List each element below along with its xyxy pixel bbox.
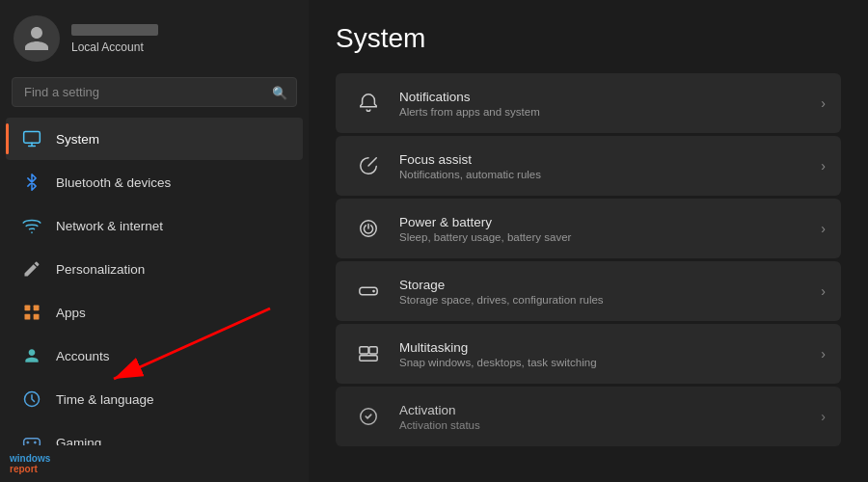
nav-items: System Bluetooth & devices Network & int… — [0, 117, 309, 445]
accounts-icon — [21, 345, 42, 366]
svg-point-11 — [372, 290, 375, 293]
chevron-icon-power: › — [821, 221, 826, 236]
sidebar-item-label-system: System — [56, 132, 99, 147]
sidebar-item-system[interactable]: System — [6, 118, 303, 160]
setting-name-multitasking: Multitasking — [399, 340, 813, 355]
svg-rect-0 — [24, 132, 41, 144]
setting-name-notifications: Notifications — [399, 90, 813, 104]
sidebar-item-bluetooth[interactable]: Bluetooth & devices — [6, 161, 303, 203]
network-icon — [21, 215, 42, 236]
setting-item-storage[interactable]: Storage Storage space, drives, configura… — [336, 261, 841, 321]
sidebar-footer: windows report — [0, 445, 309, 482]
svg-rect-6 — [24, 439, 41, 445]
svg-rect-2 — [34, 306, 40, 311]
setting-name-power: Power & battery — [399, 215, 813, 229]
svg-rect-12 — [360, 347, 368, 354]
setting-desc-activation: Activation status — [399, 419, 813, 431]
setting-text-focus: Focus assist Notifications, automatic ru… — [399, 152, 813, 180]
sidebar-item-label-network: Network & internet — [56, 219, 163, 233]
power-icon — [351, 211, 386, 246]
setting-item-multitasking[interactable]: Multitasking Snap windows, desktops, tas… — [336, 324, 841, 384]
sidebar-item-accounts[interactable]: Accounts — [6, 335, 303, 377]
sidebar-item-time[interactable]: Time & language — [6, 378, 303, 420]
search-input[interactable] — [12, 77, 297, 107]
setting-text-notifications: Notifications Alerts from apps and syste… — [399, 90, 813, 118]
user-label: Local Account — [71, 40, 158, 54]
setting-text-storage: Storage Storage space, drives, configura… — [399, 278, 813, 306]
activation-icon — [351, 399, 386, 434]
gaming-icon — [21, 432, 42, 445]
setting-desc-storage: Storage space, drives, configuration rul… — [399, 294, 813, 306]
user-section: Local Account — [0, 0, 309, 73]
setting-item-focus[interactable]: Focus assist Notifications, automatic ru… — [336, 136, 841, 196]
sidebar-item-label-time: Time & language — [56, 392, 154, 407]
footer-logo-line1: windows — [10, 453, 50, 464]
chevron-icon-activation: › — [821, 409, 826, 424]
setting-text-power: Power & battery Sleep, battery usage, ba… — [399, 215, 813, 243]
chevron-icon-storage: › — [821, 283, 826, 299]
chevron-icon-multitasking: › — [821, 346, 826, 362]
username-bar — [71, 24, 158, 36]
notifications-icon — [351, 86, 386, 120]
sidebar-item-label-gaming: Gaming — [56, 436, 101, 446]
footer-logo-line2: report — [10, 464, 38, 474]
time-icon — [21, 388, 42, 410]
setting-desc-notifications: Alerts from apps and system — [399, 106, 813, 118]
user-icon — [22, 24, 51, 53]
storage-icon — [351, 274, 386, 308]
svg-rect-14 — [360, 356, 377, 362]
settings-list: Notifications Alerts from apps and syste… — [336, 73, 841, 446]
page-title: System — [336, 23, 841, 54]
setting-item-activation[interactable]: Activation Activation status › — [336, 387, 841, 446]
sidebar-item-network[interactable]: Network & internet — [6, 204, 303, 247]
search-bar: 🔍 — [12, 77, 297, 107]
setting-desc-power: Sleep, battery usage, battery saver — [399, 231, 813, 243]
apps-icon — [21, 302, 42, 323]
bluetooth-icon — [21, 172, 42, 193]
sidebar-item-gaming[interactable]: Gaming — [6, 421, 303, 445]
user-info: Local Account — [71, 24, 158, 54]
sidebar-item-personalization[interactable]: Personalization — [6, 248, 303, 290]
sidebar: Local Account 🔍 System Blueto — [0, 0, 309, 482]
footer-logo: windows report — [10, 453, 50, 474]
setting-name-storage: Storage — [399, 278, 813, 292]
main-content: System Notifications Alerts from apps an… — [309, 0, 868, 482]
setting-desc-multitasking: Snap windows, desktops, task switching — [399, 357, 813, 368]
sidebar-item-label-accounts: Accounts — [56, 349, 110, 363]
setting-item-notifications[interactable]: Notifications Alerts from apps and syste… — [336, 73, 841, 133]
setting-text-multitasking: Multitasking Snap windows, desktops, tas… — [399, 340, 813, 368]
chevron-icon-focus: › — [821, 158, 826, 174]
sidebar-item-apps[interactable]: Apps — [6, 291, 303, 334]
sidebar-item-label-apps: Apps — [56, 306, 86, 320]
svg-rect-13 — [369, 347, 377, 354]
svg-rect-4 — [34, 314, 40, 320]
avatar — [14, 15, 60, 62]
setting-name-activation: Activation — [399, 403, 813, 417]
setting-text-activation: Activation Activation status — [399, 403, 813, 431]
setting-name-focus: Focus assist — [399, 152, 813, 167]
svg-rect-3 — [25, 314, 31, 320]
personalization-icon — [21, 258, 42, 280]
monitor-icon — [21, 128, 42, 149]
sidebar-item-label-bluetooth: Bluetooth & devices — [56, 175, 171, 190]
svg-rect-1 — [25, 306, 31, 311]
setting-item-power[interactable]: Power & battery Sleep, battery usage, ba… — [336, 199, 841, 258]
multitasking-icon — [351, 336, 386, 371]
chevron-icon-notifications: › — [821, 95, 826, 111]
focus-icon — [351, 148, 386, 183]
setting-desc-focus: Notifications, automatic rules — [399, 169, 813, 180]
sidebar-item-label-personalization: Personalization — [56, 262, 145, 277]
